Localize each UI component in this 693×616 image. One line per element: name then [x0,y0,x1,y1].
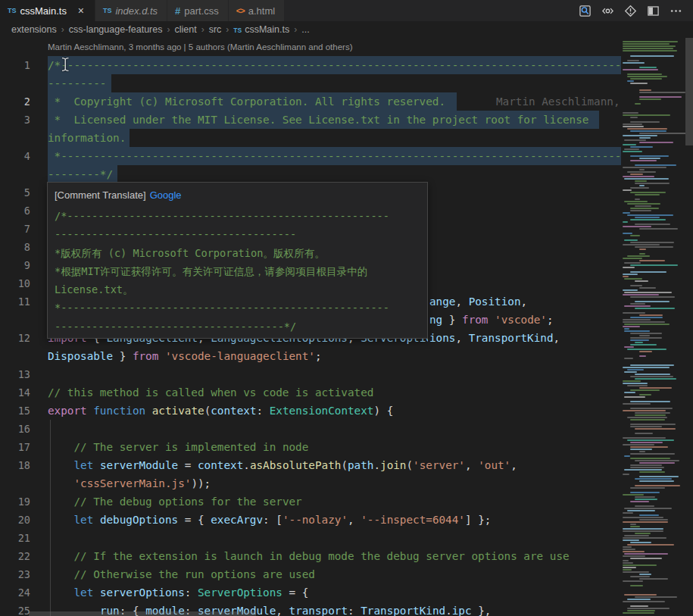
tab-cssMain.ts[interactable]: TScssMain.ts× [0,0,95,21]
breadcrumb-label: ... [301,24,309,35]
popup-title-row: [Comment Translate]Google [55,186,420,207]
popup-comment-line: *版权所有 (c) Microsoft Corporation。版权所有。 [55,244,420,262]
code-line[interactable]: /*--------------------------------------… [48,56,621,74]
line-number: 6 [0,202,30,220]
line-number: 10 [0,274,30,292]
line-number: 20 [0,511,30,529]
editor[interactable]: Martin Aeschlimann, 3 months ago | 5 aut… [0,38,693,616]
line-number: 17 [0,438,30,456]
popup-comment-line: License.txt。 [55,280,420,299]
line-number: 14 [0,383,30,402]
tab-part.css[interactable]: #part.css [167,0,229,21]
line-number: 9 [0,256,30,274]
inline-blame-annotation: Martin Aeschlimann, [496,92,620,111]
line-number: 22 [0,547,30,565]
open-changes-icon[interactable] [619,0,641,21]
code-line[interactable]: --------- [48,74,106,92]
code-line[interactable]: // The debug options for the server [48,492,302,511]
line-number: 21 [0,529,30,547]
popup-comment-line: --------------------------------------- [55,225,420,243]
popup-comment-line: *---------------------------------------… [55,299,420,317]
tab-label: a.html [248,5,275,17]
ts-file-icon: TS [233,27,242,34]
breadcrumb-item-extensions[interactable]: extensions [11,24,57,35]
popup-translation-body: /*--------------------------------------… [55,207,420,336]
line-number: 11 [0,292,30,311]
more-actions-icon[interactable] [664,0,687,21]
chevron-right-icon: › [167,24,170,35]
line-number: 15 [0,402,30,420]
line-number: 5 [0,183,30,202]
line-number: 25 [0,602,30,616]
open-preview-icon[interactable] [596,0,619,21]
comment-translate-hover-popup: [Comment Translate]Google /*------------… [47,182,428,339]
line-number: 16 [0,420,30,438]
code-line[interactable]: * Licensed under the MIT License. See Li… [48,111,588,129]
popup-title: [Comment Translate] [55,189,146,201]
code-line[interactable]: // The server is implemented in node [48,438,308,456]
preview-search-icon[interactable] [573,0,596,21]
popup-google-link[interactable]: Google [150,189,182,201]
code-line[interactable]: information. [48,129,126,147]
ts-file-icon: TS [103,7,112,14]
line-number: 1 [0,56,30,74]
code-line[interactable]: *---------------------------------------… [48,147,621,165]
chevron-right-icon: › [61,24,64,35]
code-line[interactable]: // Otherwise the run options are used [48,565,315,583]
split-editor-icon[interactable] [641,0,664,21]
close-icon[interactable]: × [75,5,87,16]
popup-comment-line: /*--------------------------------------… [55,207,420,225]
breadcrumb-item--[interactable]: ... [301,24,309,35]
line-number: 12 [0,329,30,347]
chevron-right-icon: › [201,24,204,35]
code-line[interactable]: // this method is called when vs code is… [48,383,373,402]
vertical-scrollbar-thumb[interactable] [685,38,693,145]
codelens-blame[interactable]: Martin Aeschlimann, 3 months ago | 5 aut… [48,39,353,55]
line-number: 18 [0,456,30,474]
editor-actions [573,0,693,21]
breadcrumb-item-css-language-features[interactable]: css-language-features [69,24,163,35]
code-line-fragment[interactable]: ange, Position, [429,292,527,311]
code-line[interactable]: 'cssServerMain.js')); [48,474,211,492]
css-file-icon: # [175,5,180,17]
breadcrumb-label: extensions [11,24,57,35]
breadcrumb-item-src[interactable]: src [209,24,222,35]
line-number: 3 [0,111,30,129]
code-line[interactable]: * Copyright (c) Microsoft Corporation. A… [48,92,445,111]
code-line-fragment[interactable]: ions, TransportKind, [429,329,560,347]
code-line[interactable]: Disposable } from 'vscode-languageclient… [48,347,322,365]
tab-index.d.ts[interactable]: TSindex.d.ts [95,0,167,21]
code-line-fragment[interactable]: ng } from 'vscode'; [429,311,554,329]
line-number: 19 [0,492,30,511]
code-line[interactable]: --------*/ [48,165,113,183]
line-number: 2 [0,92,30,111]
breadcrumb-item-client[interactable]: client [174,24,196,35]
breadcrumb-label: src [209,24,222,35]
tab-a.html[interactable]: <>a.html [229,0,285,21]
code-line[interactable]: export function activate(context: Extens… [48,402,393,420]
horizontal-scrollbar-thumb[interactable] [29,611,256,616]
line-number: 4 [0,147,30,165]
code-line[interactable]: let serverModule = context.asAbsolutePat… [48,456,517,474]
breadcrumb: extensions›css-language-features›client›… [0,21,693,38]
ts-file-icon: TS [8,7,17,14]
breadcrumb-item-cssMain-ts[interactable]: TScssMain.ts [233,24,289,35]
tab-label: part.css [184,5,219,17]
tab-label: index.d.ts [115,5,158,17]
mouse-cursor-ibeam [61,57,70,72]
tabs: TScssMain.ts×TSindex.d.ts#part.css<>a.ht… [0,0,285,21]
minimap[interactable] [621,38,685,616]
code-line[interactable]: // If the extension is launch in debug m… [48,547,570,565]
vscode-window: TScssMain.ts×TSindex.d.ts#part.css<>a.ht… [0,0,693,616]
chevron-right-icon: › [294,24,297,35]
line-number: 13 [0,365,30,383]
code-line[interactable]: let serverOptions: ServerOptions = { [48,583,308,602]
tab-label: cssMain.ts [20,5,67,17]
html-file-icon: <> [236,6,245,15]
line-number: 7 [0,220,30,238]
line-number: 8 [0,238,30,256]
breadcrumb-label: cssMain.ts [245,24,289,35]
line-number: 24 [0,583,30,602]
code-line[interactable]: let debugOptions = { execArgv: ['--nolaz… [48,511,491,529]
breadcrumb-label: client [174,24,196,35]
